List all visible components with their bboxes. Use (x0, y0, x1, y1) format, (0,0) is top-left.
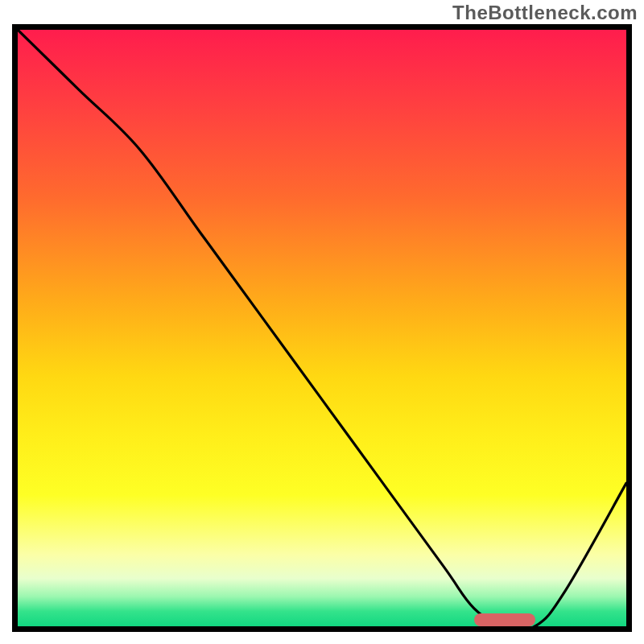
plot-area (12, 24, 632, 632)
bottleneck-curve (18, 30, 626, 626)
attribution-label: TheBottleneck.com (452, 2, 638, 24)
chart-frame: TheBottleneck.com (0, 0, 644, 644)
optimal-marker (474, 613, 535, 626)
